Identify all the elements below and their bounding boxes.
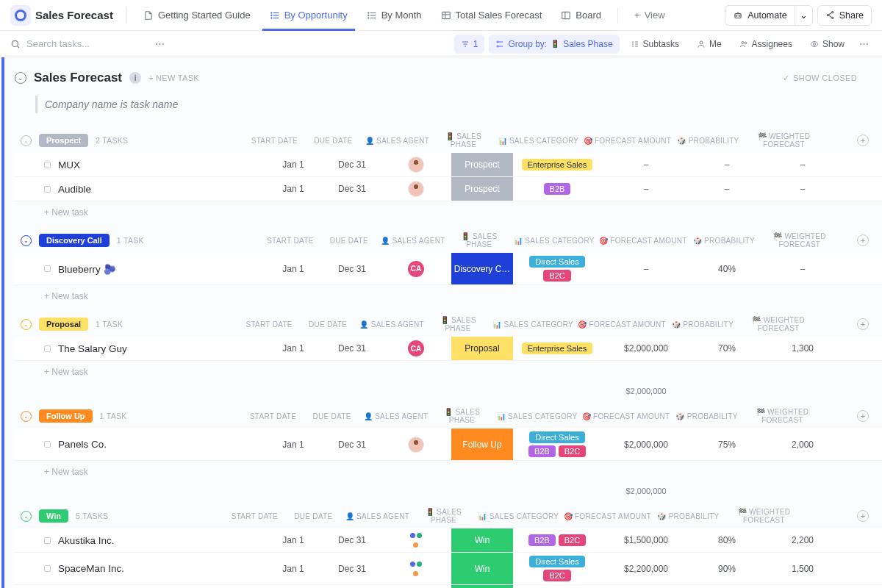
col-start-date[interactable]: START DATE xyxy=(260,237,320,245)
task-row[interactable]: SpaceMan Inc. Jan 1 Dec 31 Win Direct Sa… xyxy=(15,553,882,585)
cell-due-date[interactable]: Dec 31 xyxy=(323,440,381,450)
cell-category[interactable]: Direct SalesB2C xyxy=(513,253,601,284)
agent-avatar[interactable] xyxy=(408,157,424,173)
task-title[interactable]: SpaceMan Inc. xyxy=(58,563,124,574)
category-tag[interactable]: B2C xyxy=(543,270,570,282)
col-sales-phase[interactable]: 🚦 SALES PHASE xyxy=(432,132,494,148)
col-start-date[interactable]: START DATE xyxy=(239,320,299,329)
col-probability[interactable]: 🎲 PROBABILITY xyxy=(672,137,744,145)
col-due-date[interactable]: DUE DATE xyxy=(304,137,362,145)
status-checkbox[interactable] xyxy=(44,345,51,352)
category-tag[interactable]: B2B xyxy=(544,183,571,195)
add-task-button[interactable]: + New task xyxy=(15,285,882,307)
cell-due-date[interactable]: Dec 31 xyxy=(323,159,381,170)
new-task-button[interactable]: + NEW TASK xyxy=(148,74,199,82)
cell-phase[interactable]: Prospect xyxy=(451,153,513,176)
cell-category[interactable]: B2BB2C xyxy=(513,531,601,549)
col-weighted-forecast[interactable]: 🏁 WEIGHTED FORECAST xyxy=(760,232,839,248)
cell-category[interactable]: Enterprise Sales xyxy=(513,340,601,357)
group-toggle[interactable]: ⌄ xyxy=(21,411,32,422)
cell-probability[interactable]: 75% xyxy=(691,440,763,450)
col-forecast-amount[interactable]: 🎯 FORECAST AMOUNT xyxy=(577,320,667,329)
toolbar-more[interactable]: ⋯ xyxy=(856,36,872,52)
cell-agent[interactable] xyxy=(381,562,451,576)
col-probability[interactable]: 🎲 PROBABILITY xyxy=(671,412,743,420)
cell-weighted[interactable]: 2,200 xyxy=(763,535,842,545)
cell-weighted[interactable]: 1,500 xyxy=(763,564,842,574)
col-sales-category[interactable]: 📊 SALES CATEGORY xyxy=(489,318,577,331)
col-start-date[interactable]: START DATE xyxy=(224,512,284,520)
col-sales-category[interactable]: 📊 SALES CATEGORY xyxy=(493,409,581,423)
task-title[interactable]: The Salary Guy xyxy=(58,343,127,354)
status-checkbox[interactable] xyxy=(44,565,51,572)
cell-probability[interactable]: – xyxy=(691,159,763,170)
tab-by-opportunity[interactable]: By Opportunity xyxy=(262,0,355,31)
agent-avatar-multi[interactable] xyxy=(409,562,423,576)
col-sales-category[interactable]: 📊 SALES CATEGORY xyxy=(474,509,562,523)
task-row[interactable]: SingSong Jan 1 Dec 31 Win B2BB2C $1,000,… xyxy=(15,585,882,588)
tab-total-forecast[interactable]: Total Sales Forecast xyxy=(434,0,550,31)
group-toggle[interactable]: ⌄ xyxy=(21,511,32,522)
task-title[interactable]: Audible xyxy=(58,184,91,195)
col-sales-agent[interactable]: 👤 SALES AGENT xyxy=(342,512,412,520)
cell-due-date[interactable]: Dec 31 xyxy=(323,184,381,194)
cell-agent[interactable]: CA xyxy=(381,340,451,356)
search-input[interactable] xyxy=(26,38,144,49)
cell-due-date[interactable]: Dec 31 xyxy=(323,564,381,574)
cell-forecast[interactable]: – xyxy=(601,264,691,274)
add-task-button[interactable]: + New task xyxy=(15,201,882,223)
col-sales-category[interactable]: 📊 SALES CATEGORY xyxy=(494,134,582,148)
category-tag[interactable]: B2C xyxy=(559,445,586,457)
col-weighted-forecast[interactable]: 🏁 WEIGHTED FORECAST xyxy=(739,316,818,332)
workspace-logo[interactable] xyxy=(10,5,31,26)
cell-due-date[interactable]: Dec 31 xyxy=(323,264,381,274)
cell-forecast[interactable]: $2,000,000 xyxy=(601,343,691,354)
automate-button[interactable]: Automate xyxy=(725,5,795,26)
col-weighted-forecast[interactable]: 🏁 WEIGHTED FORECAST xyxy=(743,408,822,424)
cell-agent[interactable] xyxy=(381,533,451,548)
col-sales-agent[interactable]: 👤 SALES AGENT xyxy=(378,237,448,245)
task-row[interactable]: MUX Jan 1 Dec 31 Prospect Enterprise Sal… xyxy=(15,153,882,177)
add-task-button[interactable]: + New task xyxy=(15,461,882,483)
cell-weighted[interactable]: 1,300 xyxy=(763,343,842,354)
search-more[interactable]: ⋯ xyxy=(151,36,168,52)
col-weighted-forecast[interactable]: 🏁 WEIGHTED FORECAST xyxy=(724,508,803,524)
cell-probability[interactable]: 70% xyxy=(691,343,763,354)
group-by-chip[interactable]: Group by: 🚦 Sales Phase xyxy=(489,35,619,54)
col-sales-phase[interactable]: 🚦 SALES PHASE xyxy=(412,508,474,524)
cell-phase[interactable]: Win xyxy=(451,528,513,552)
task-title[interactable]: Blueberry 🫐 xyxy=(58,263,116,275)
group-toggle[interactable]: ⌄ xyxy=(21,319,32,330)
group-name-pill[interactable]: Win xyxy=(39,509,68,523)
agent-avatar[interactable] xyxy=(408,181,424,197)
task-row[interactable]: Panels Co. Jan 1 Dec 31 Follow Up Direct… xyxy=(15,429,882,461)
task-title[interactable]: Panels Co. xyxy=(58,439,107,450)
col-probability[interactable]: 🎲 PROBABILITY xyxy=(652,512,724,520)
cell-category[interactable]: Direct SalesB2BB2C xyxy=(513,429,601,460)
col-due-date[interactable]: DUE DATE xyxy=(284,512,342,520)
group-name-pill[interactable]: Proposal xyxy=(39,318,88,331)
cell-probability[interactable]: 40% xyxy=(691,264,763,274)
show-closed-button[interactable]: ✓ SHOW CLOSED xyxy=(783,74,857,83)
cell-weighted[interactable]: – xyxy=(763,159,842,170)
task-row[interactable]: Audible Jan 1 Dec 31 Prospect B2B – – – xyxy=(15,177,882,201)
task-row[interactable]: Blueberry 🫐 Jan 1 Dec 31 CA Discovery C…… xyxy=(15,253,882,285)
col-sales-phase[interactable]: 🚦 SALES PHASE xyxy=(431,408,493,424)
col-sales-phase[interactable]: 🚦 SALES PHASE xyxy=(448,232,510,248)
category-tag[interactable]: Enterprise Sales xyxy=(522,159,593,171)
task-title[interactable]: Akustika Inc. xyxy=(58,535,115,546)
info-icon[interactable]: i xyxy=(129,72,141,84)
cell-forecast[interactable]: $1,500,000 xyxy=(601,535,691,545)
cell-phase[interactable]: Win xyxy=(451,585,513,588)
cell-phase[interactable]: Proposal xyxy=(451,337,513,360)
category-tag[interactable]: B2C xyxy=(559,534,586,546)
task-row[interactable]: Akustika Inc. Jan 1 Dec 31 Win B2BB2C $1… xyxy=(15,528,882,553)
agent-avatar[interactable]: CA xyxy=(408,261,424,277)
cell-start-date[interactable]: Jan 1 xyxy=(263,564,323,574)
task-row[interactable]: The Salary Guy Jan 1 Dec 31 CA Proposal … xyxy=(15,337,882,361)
group-name-pill[interactable]: Prospect xyxy=(39,134,88,147)
cell-probability[interactable]: 90% xyxy=(691,564,763,574)
col-sales-category[interactable]: 📊 SALES CATEGORY xyxy=(510,234,598,248)
col-sales-agent[interactable]: 👤 SALES AGENT xyxy=(362,137,432,145)
cell-category[interactable]: Direct SalesB2C xyxy=(513,553,601,584)
